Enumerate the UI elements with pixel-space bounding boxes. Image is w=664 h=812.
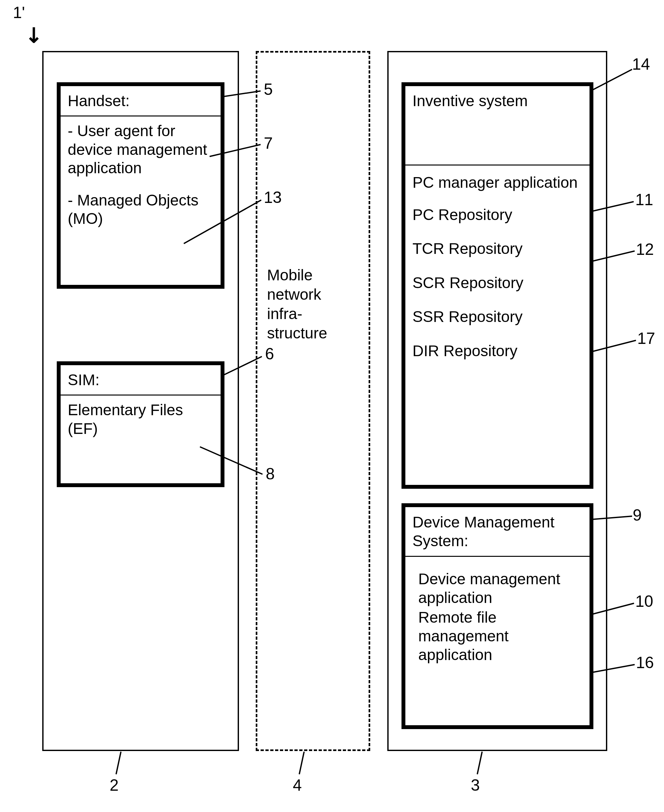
middle-column: Mobile network infra-structure <box>256 51 370 751</box>
handset-user-agent: - User agent for device management appli… <box>68 122 213 178</box>
dms-title: Device Management System: <box>405 507 589 557</box>
handset-mo: - Managed Objects (MO) <box>68 191 213 228</box>
ref-4: 4 <box>293 776 302 794</box>
svg-line-12 <box>116 752 121 774</box>
dms-rfma: Remote file management application <box>418 608 583 664</box>
ref-10: 10 <box>635 592 653 611</box>
handset-title: Handset: <box>61 86 221 116</box>
inventive-ssr-repo: SSR Repository <box>412 307 583 326</box>
ref-11: 11 <box>635 190 653 209</box>
ref-9: 9 <box>633 506 642 525</box>
inventive-title: Inventive system <box>405 86 589 165</box>
sim-ef: Elementary Files (EF) <box>68 401 213 438</box>
svg-line-13 <box>299 752 304 774</box>
inventive-body: PC manager application PC Repository TCR… <box>405 165 589 365</box>
svg-line-14 <box>477 752 482 774</box>
ref-17: 17 <box>637 329 655 348</box>
sim-box: SIM: Elementary Files (EF) <box>57 361 225 487</box>
ref-12: 12 <box>636 240 654 259</box>
dms-body: Device management application Remote fil… <box>405 557 589 669</box>
middle-column-text: Mobile network infra-structure <box>267 266 361 343</box>
ref-8: 8 <box>266 465 275 483</box>
ref-5: 5 <box>264 80 273 99</box>
inventive-pc-mgr: PC manager application <box>412 173 583 192</box>
sim-body: Elementary Files (EF) <box>61 396 221 443</box>
ref-6: 6 <box>265 344 274 363</box>
ref-3: 3 <box>471 776 480 794</box>
ref-13: 13 <box>264 188 282 207</box>
diagram-canvas: 1' ↘ Mobile network infra-structure Hand… <box>0 0 664 812</box>
inventive-dir-repo: DIR Repository <box>412 342 583 360</box>
ref-16: 16 <box>636 653 654 672</box>
ref-2: 2 <box>110 776 119 794</box>
inventive-pc-repo: PC Repository <box>412 205 583 224</box>
inventive-box: Inventive system PC manager application … <box>402 82 593 489</box>
dms-dma: Device management application <box>418 570 583 607</box>
ref-14: 14 <box>632 55 650 73</box>
figure-ref-label: 1' <box>13 3 25 22</box>
dms-box: Device Management System: Device managem… <box>402 503 593 729</box>
handset-box: Handset: - User agent for device managem… <box>57 82 225 289</box>
inventive-scr-repo: SCR Repository <box>412 274 583 292</box>
ref-7: 7 <box>264 134 273 153</box>
arrow-icon: ↘ <box>20 20 49 49</box>
handset-body: - User agent for device management appli… <box>61 116 221 233</box>
sim-title: SIM: <box>61 365 221 396</box>
inventive-tcr-repo: TCR Repository <box>412 240 583 258</box>
